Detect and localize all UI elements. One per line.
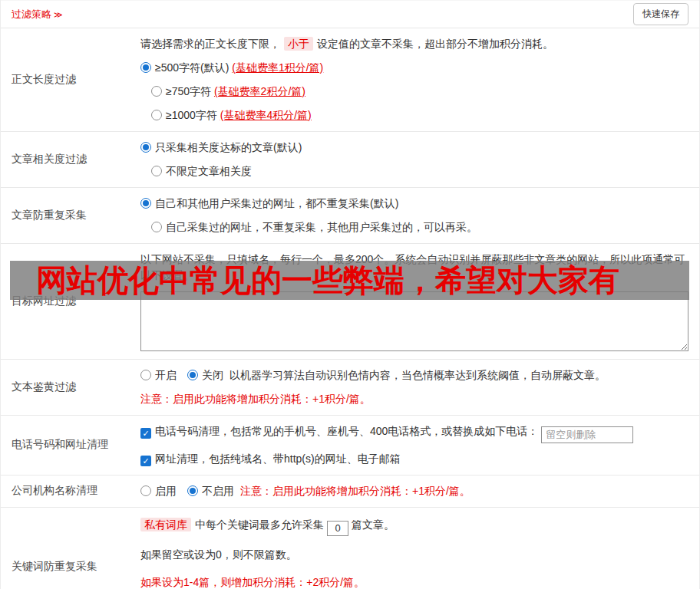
quick-save-button[interactable]: 快速保存	[633, 3, 688, 25]
row-dedup-filter: 文章防重复采集 自己和其他用户采集过的网址，都不重复采集(默认) 自己采集过的网…	[1, 188, 699, 244]
checkbox-label: 电话号码清理，包括常见的手机号、座机号、400电话格式，或替换成如下电话：	[155, 425, 538, 437]
company-option-disable[interactable]: 不启用	[187, 485, 234, 497]
option-label: 不启用	[202, 485, 234, 497]
company-options-line: 启用不启用注意：启用此功能将增加积分消耗：+1积分/篇。	[140, 483, 688, 499]
radio-unchecked-icon[interactable]	[140, 485, 151, 496]
row-phone-url-cleanup: 电话号码和网址清理 电话号码清理，包括常见的手机号、座机号、400电话格式，或替…	[1, 416, 699, 475]
option-label: 自己和其他用户采集过的网址，都不重复采集(默认)	[155, 197, 398, 209]
watermark-text: 网站优化中常见的一些弊端，希望对大家有	[36, 261, 619, 300]
row-content: 自己和其他用户采集过的网址，都不重复采集(默认) 自己采集过的网址，不重复采集，…	[140, 196, 688, 235]
option-label: ≥1000字符	[166, 109, 217, 121]
row-label: 关键词防重复采集	[12, 515, 140, 589]
intro-pre: 请选择需求的正文长度下限，	[140, 38, 280, 50]
less-than-highlight: 小于	[284, 37, 313, 51]
keyword-note-zero: 如果留空或设为0，则不限篇数。	[140, 545, 688, 564]
intro-post: 设定值的文章不采集，超出部分不增加积分消耗。	[317, 38, 553, 50]
keyword-note-cost: 如果设为1-4篇，则增加积分消耗：+2积分/篇。	[140, 573, 688, 589]
option-fee-note: (基础费率2积分/篇)	[214, 85, 305, 97]
relevance-option-strict[interactable]: 只采集相关度达标的文章(默认)	[140, 140, 688, 156]
url-cleanup-checkbox[interactable]: 网址清理，包括纯域名、带http(s)的网址、电子邮箱	[140, 451, 688, 467]
row-label: 文本鉴黄过滤	[12, 367, 140, 407]
checkbox-label: 网址清理，包括纯域名、带http(s)的网址、电子邮箱	[155, 452, 401, 465]
row-content: 只采集相关度达标的文章(默认) 不限定文章相关度	[140, 140, 688, 179]
radio-checked-icon[interactable]	[187, 485, 198, 496]
row-content: 私有词库中每个关键词最多允许采集篇文章。 如果留空或设为0，则不限篇数。 如果设…	[140, 515, 688, 589]
option-label: 关闭	[202, 369, 223, 381]
relevance-option-any[interactable]: 不限定文章相关度	[151, 163, 688, 179]
radio-checked-icon[interactable]	[140, 142, 151, 153]
watermark-banner: 网站优化中常见的一些弊端，希望对大家有	[10, 261, 689, 300]
row-label: 文章相关度过滤	[12, 140, 140, 179]
keyword-limit-input[interactable]	[327, 521, 348, 536]
checkbox-checked-icon[interactable]	[140, 428, 151, 439]
body-length-intro: 请选择需求的正文长度下限，小于设定值的文章不采集，超出部分不增加积分消耗。	[140, 36, 688, 52]
row-content: 请选择需求的正文长度下限，小于设定值的文章不采集，超出部分不增加积分消耗。 ≥5…	[140, 36, 688, 123]
option-label: 开启	[155, 369, 177, 381]
body-length-option-750[interactable]: ≥750字符 (基础费率2积分/篇)	[151, 84, 688, 100]
row-label: 正文长度过滤	[12, 36, 140, 123]
row-porn-filter: 文本鉴黄过滤 开启关闭以机器学习算法自动识别色情内容，当色情概率达到系统阈值，自…	[1, 360, 699, 416]
radio-checked-icon[interactable]	[140, 62, 151, 73]
option-label: ≥750字符	[166, 85, 211, 97]
page-title-text: 过滤策略	[12, 8, 51, 20]
row-company-cleanup: 公司机构名称清理 启用不启用注意：启用此功能将增加积分消耗：+1积分/篇。	[1, 475, 699, 508]
option-label: 不限定文章相关度	[166, 165, 252, 177]
keyword-limit-line: 私有词库中每个关键词最多允许采集篇文章。	[140, 515, 688, 536]
replacement-phone-input[interactable]	[541, 426, 633, 443]
limit-text-mid: 中每个关键词最多允许采集	[195, 518, 324, 531]
option-label: ≥500字符(默认)	[155, 61, 229, 74]
company-option-enable[interactable]: 启用	[140, 485, 177, 497]
checkbox-checked-icon[interactable]	[140, 456, 151, 466]
row-label: 公司机构名称清理	[12, 483, 140, 499]
dedup-option-global[interactable]: 自己和其他用户采集过的网址，都不重复采集(默认)	[140, 196, 688, 212]
blacklist-textarea[interactable]	[140, 291, 688, 351]
topbar: 过滤策略≫ 快速保存	[1, 0, 699, 28]
row-label: 文章防重复采集	[12, 196, 140, 235]
body-length-option-1000[interactable]: ≥1000字符 (基础费率4积分/篇)	[151, 107, 688, 123]
company-cost-note: 注意：启用此功能将增加积分消耗：+1积分/篇。	[240, 485, 471, 497]
row-keyword-dedup: 关键词防重复采集 私有词库中每个关键词最多允许采集篇文章。 如果留空或设为0，则…	[1, 508, 699, 589]
option-fee-note: (基础费率1积分/篇)	[232, 61, 323, 74]
porn-description: 以机器学习算法自动识别色情内容，当色情概率达到系统阈值，自动屏蔽文章。	[229, 369, 606, 381]
porn-option-off[interactable]: 关闭	[187, 369, 223, 381]
body-length-option-500[interactable]: ≥500字符(默认) (基础费率1积分/篇)	[140, 60, 688, 76]
row-relevance-filter: 文章相关度过滤 只采集相关度达标的文章(默认) 不限定文章相关度	[1, 132, 699, 188]
radio-unchecked-icon[interactable]	[151, 110, 162, 120]
radio-unchecked-icon[interactable]	[151, 166, 162, 176]
row-body-length-filter: 正文长度过滤 请选择需求的正文长度下限，小于设定值的文章不采集，超出部分不增加积…	[1, 28, 699, 132]
row-content: 电话号码清理，包括常见的手机号、座机号、400电话格式，或替换成如下电话： 网址…	[140, 423, 688, 467]
option-label: 自己采集过的网址，不重复采集，其他用户采集过的，可以再采。	[166, 221, 477, 233]
option-fee-note: (基础费率4积分/篇)	[220, 109, 312, 121]
phone-cleanup-line: 电话号码清理，包括常见的手机号、座机号、400电话格式，或替换成如下电话：	[140, 423, 688, 443]
row-content: 开启关闭以机器学习算法自动识别色情内容，当色情概率达到系统阈值，自动屏蔽文章。 …	[140, 367, 688, 407]
option-label: 启用	[155, 485, 177, 497]
radio-unchecked-icon[interactable]	[140, 370, 151, 380]
radio-unchecked-icon[interactable]	[151, 86, 162, 97]
page-title[interactable]: 过滤策略≫	[12, 8, 63, 21]
dedup-option-self[interactable]: 自己采集过的网址，不重复采集，其他用户采集过的，可以再采。	[151, 219, 688, 235]
option-label: 只采集相关度达标的文章(默认)	[155, 141, 302, 153]
phone-cleanup-checkbox[interactable]: 电话号码清理，包括常见的手机号、座机号、400电话格式，或替换成如下电话：	[140, 425, 538, 437]
porn-cost-note: 注意：启用此功能将增加积分消耗：+1积分/篇。	[140, 391, 688, 407]
row-content: 启用不启用注意：启用此功能将增加积分消耗：+1积分/篇。	[140, 483, 688, 499]
row-label: 电话号码和网址清理	[12, 423, 140, 467]
private-thesaurus-link[interactable]: 私有词库	[140, 518, 191, 531]
radio-checked-icon[interactable]	[140, 198, 151, 209]
limit-text-end: 篇文章。	[352, 518, 395, 531]
radio-checked-icon[interactable]	[187, 370, 198, 380]
radio-unchecked-icon[interactable]	[151, 222, 162, 232]
porn-options-line: 开启关闭以机器学习算法自动识别色情内容，当色情概率达到系统阈值，自动屏蔽文章。	[140, 367, 688, 383]
porn-option-on[interactable]: 开启	[140, 369, 177, 381]
chevron-double-icon: ≫	[54, 10, 63, 19]
